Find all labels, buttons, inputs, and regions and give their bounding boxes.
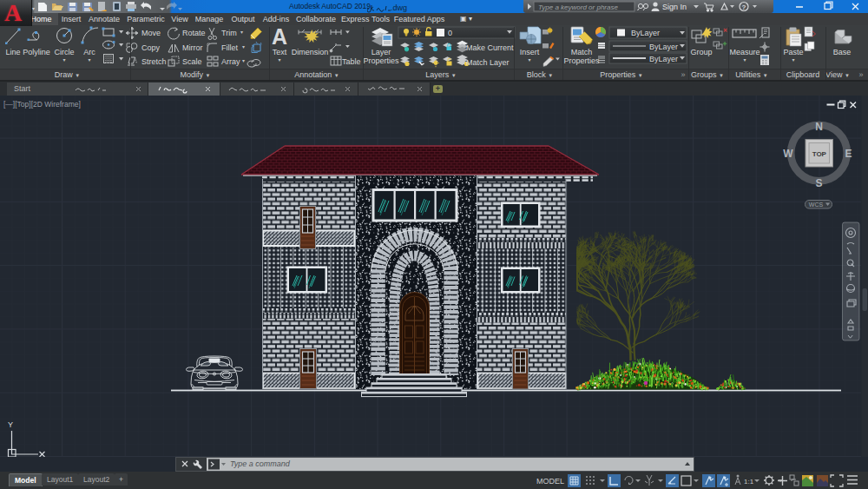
svg-text:S: S (815, 177, 822, 189)
svg-text:WCS: WCS (809, 202, 824, 208)
svg-text:[—][Top][2D Wireframe]: [—][Top][2D Wireframe] (3, 100, 81, 109)
svg-text:N: N (815, 121, 823, 133)
svg-text:ByLayer: ByLayer (649, 55, 678, 63)
svg-text:0: 0 (448, 29, 452, 37)
svg-text:A: A (272, 25, 287, 49)
svg-text:ByLayer: ByLayer (631, 29, 660, 37)
svg-text:E: E (845, 148, 852, 160)
svg-text:1:1: 1:1 (744, 478, 754, 486)
svg-text:Y: Y (8, 420, 13, 429)
svg-text:W: W (783, 148, 793, 160)
svg-text:ByLayer: ByLayer (649, 43, 678, 51)
svg-text:?: ? (742, 3, 746, 11)
svg-text:.dwg: .dwg (391, 3, 407, 12)
svg-text:TOP: TOP (812, 150, 827, 158)
svg-text:Sign In: Sign In (662, 3, 687, 11)
svg-text:MODEL: MODEL (536, 477, 564, 486)
svg-text:Type a keyword or phrase: Type a keyword or phrase (538, 3, 618, 11)
